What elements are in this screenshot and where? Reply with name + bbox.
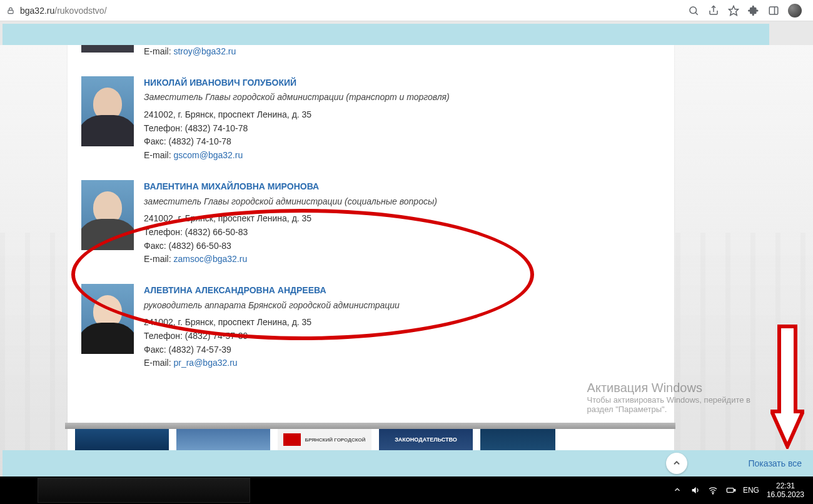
svg-point-1 xyxy=(690,7,697,14)
notification-banner xyxy=(3,24,769,45)
annotation-arrow xyxy=(770,324,804,449)
person-photo xyxy=(81,284,134,354)
person-name: АЛЕВТИНА АЛЕКСАНДРОВНА АНДРЕЕВА xyxy=(144,284,400,298)
wifi-icon[interactable] xyxy=(708,485,718,495)
browser-address-bar: bga32.ru/rukovodstvo/ xyxy=(0,0,813,21)
tray-chevron-icon[interactable] xyxy=(673,485,683,495)
person-role: руководитель аппарата Брянской городской… xyxy=(144,299,400,313)
svg-point-7 xyxy=(712,493,713,494)
phone-label: Телефон: xyxy=(144,123,185,133)
banner-item[interactable]: БРЯНСКИЙ ГОРОДСКОЙ xyxy=(278,429,371,450)
person-role: Заместитель Главы городской администраци… xyxy=(144,91,450,104)
page-body: E-mail: stroy@bga32.ru НИКОЛАЙ ИВАНОВИЧ … xyxy=(0,45,813,476)
person-role: заместитель Главы городской администраци… xyxy=(144,195,437,209)
phone-label: Телефон: xyxy=(144,227,185,237)
person-photo xyxy=(81,76,134,146)
svg-rect-9 xyxy=(734,490,735,491)
person-entry: E-mail: stroy@bga32.ru xyxy=(68,45,674,68)
scroll-to-top-button[interactable] xyxy=(666,453,687,474)
fax-label: Факс: xyxy=(144,241,169,251)
svg-rect-5 xyxy=(769,7,778,14)
lock-icon xyxy=(6,6,15,15)
person-photo xyxy=(81,180,134,250)
content-divider xyxy=(65,423,675,429)
share-icon[interactable] xyxy=(708,5,719,16)
svg-rect-0 xyxy=(8,10,13,13)
person-entry: НИКОЛАЙ ИВАНОВИЧ ГОЛУБОКИЙ Заместитель Г… xyxy=(68,68,674,171)
zoom-icon[interactable] xyxy=(688,5,699,16)
fax-label: Факс: xyxy=(144,345,169,355)
taskbar-clock[interactable]: 22:31 16.05.2023 xyxy=(767,481,804,500)
fax-value: (4832) 66-50-83 xyxy=(169,241,231,251)
partner-banners: БРЯНСКИЙ ГОРОДСКОЙ ЗАКОНОДАТЕЛЬСТВО xyxy=(75,429,555,450)
email-link[interactable]: pr_ra@bga32.ru xyxy=(173,358,237,368)
language-indicator[interactable]: ENG xyxy=(743,486,759,495)
fax-value: (4832) 74-57-39 xyxy=(169,345,231,355)
email-label: E-mail: xyxy=(144,46,173,56)
phone-value: (4832) 74-57-39 xyxy=(185,331,248,341)
download-shelf: Показать все xyxy=(3,450,813,476)
sidepanel-icon[interactable] xyxy=(768,5,779,16)
banner-item[interactable] xyxy=(480,429,555,450)
email-link[interactable]: stroy@bga32.ru xyxy=(173,46,236,56)
email-link[interactable]: zamsoc@bga32.ru xyxy=(173,254,247,264)
fax-label: Факс: xyxy=(144,136,169,146)
show-all-link[interactable]: Показать все xyxy=(749,458,802,468)
volume-icon[interactable] xyxy=(690,485,700,495)
email-link[interactable]: gscom@bga32.ru xyxy=(173,150,243,160)
person-entry: АЛЕВТИНА АЛЕКСАНДРОВНА АНДРЕЕВА руководи… xyxy=(68,275,674,379)
person-address: 241002, г. Брянск, проспект Ленина, д. 3… xyxy=(144,212,437,226)
person-address: 241002, г. Брянск, проспект Ленина, д. 3… xyxy=(144,316,400,330)
system-tray: ENG 22:31 16.05.2023 xyxy=(673,481,813,500)
fax-value: (4832) 74-10-78 xyxy=(169,136,231,146)
star-icon[interactable] xyxy=(728,5,739,16)
taskbar-thumbnail[interactable] xyxy=(38,478,250,503)
phone-value: (4832) 74-10-78 xyxy=(185,123,248,133)
person-name: ВАЛЕНТИНА МИХАЙЛОВНА МИРОНОВА xyxy=(144,180,437,194)
person-photo xyxy=(81,45,134,53)
email-label: E-mail: xyxy=(144,358,173,368)
content-card: E-mail: stroy@bga32.ru НИКОЛАЙ ИВАНОВИЧ … xyxy=(68,45,674,458)
person-name: НИКОЛАЙ ИВАНОВИЧ ГОЛУБОКИЙ xyxy=(144,76,450,90)
url-text[interactable]: bga32.ru/rukovodstvo/ xyxy=(20,6,688,16)
svg-marker-4 xyxy=(729,6,739,15)
windows-taskbar: ENG 22:31 16.05.2023 xyxy=(0,476,813,504)
banner-item[interactable] xyxy=(176,429,270,450)
flag-icon xyxy=(283,433,301,446)
email-label: E-mail: xyxy=(144,254,173,264)
battery-icon[interactable] xyxy=(725,485,735,495)
phone-value: (4832) 66-50-83 xyxy=(185,227,248,237)
svg-rect-8 xyxy=(727,488,734,493)
email-label: E-mail: xyxy=(144,150,173,160)
banner-item[interactable]: ЗАКОНОДАТЕЛЬСТВО xyxy=(379,429,473,450)
browser-action-icons xyxy=(688,4,807,18)
person-entry: ВАЛЕНТИНА МИХАЙЛОВНА МИРОНОВА заместител… xyxy=(68,171,674,275)
phone-label: Телефон: xyxy=(144,331,185,341)
banner-item[interactable] xyxy=(75,429,169,450)
profile-avatar-icon[interactable] xyxy=(788,4,802,18)
person-address: 241002, г. Брянск, проспект Ленина, д. 3… xyxy=(144,108,450,122)
svg-line-2 xyxy=(695,13,698,15)
extensions-icon[interactable] xyxy=(748,5,759,16)
